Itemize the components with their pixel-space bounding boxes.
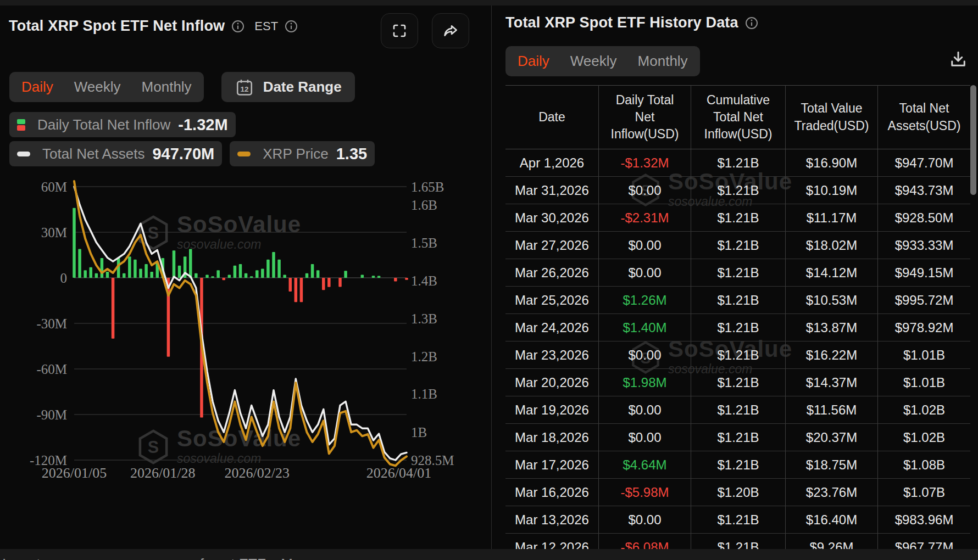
right-axis-label: 1.3B — [411, 311, 437, 326]
table-cell: Mar 18,2026 — [505, 424, 599, 451]
info-icon[interactable] — [231, 20, 244, 33]
legend-label: Daily Total Net Inflow — [37, 116, 170, 133]
legend-total-net-assets[interactable]: Total Net Assets 947.70M — [9, 141, 222, 166]
chart-canvas[interactable]: 60M30M0-30M-60M-90M-120M1.65B1.6B1.5B1.4… — [0, 170, 492, 489]
right-axis-label: 1B — [411, 425, 427, 440]
column-header: Total Value Traded(USD) — [786, 85, 878, 149]
table-cell: $1.21B — [691, 232, 786, 259]
table-cell: $14.12M — [786, 259, 878, 287]
left-axis-label: -90M — [36, 407, 67, 422]
table-cell: $0.00 — [599, 232, 691, 259]
table-cell: $0.00 — [599, 424, 691, 451]
table-cell: Mar 13,2026 — [505, 506, 599, 534]
tab-weekly[interactable]: Weekly — [570, 53, 617, 70]
tab-monthly[interactable]: Monthly — [142, 79, 192, 96]
table-cell: $18.02M — [786, 232, 878, 259]
table-cell: $1.98M — [599, 369, 691, 396]
table-cell: $16.22M — [786, 341, 878, 369]
table-cell: $1.21B — [691, 341, 786, 369]
right-axis-label: 1.4B — [411, 273, 437, 288]
left-axis-label: 30M — [41, 225, 67, 240]
table-cell: Mar 17,2026 — [505, 451, 599, 479]
table-cell: $1.21B — [691, 534, 786, 549]
left-axis-label: -30M — [36, 316, 67, 331]
fullscreen-button[interactable] — [381, 13, 418, 48]
table-cell: $1.20B — [691, 479, 786, 506]
table-cell: $10.19M — [786, 177, 878, 204]
table-cell: $1.21B — [691, 451, 786, 479]
table-cell: $16.90M — [786, 149, 878, 177]
tab-weekly[interactable]: Weekly — [74, 79, 121, 96]
calendar-icon: 12 — [235, 77, 254, 97]
table-cell: Mar 16,2026 — [505, 479, 599, 506]
table-cell: $947.70M — [878, 149, 970, 177]
table-cell: $14.37M — [786, 369, 878, 396]
column-header: Cumulative Total Net Inflow(USD) — [691, 85, 786, 149]
table-cell: $983.96M — [878, 506, 970, 534]
history-data-panel: Total XRP Spot ETF History Data Daily We… — [492, 5, 978, 549]
next-section-strip: Investors can access a range of spot ETF… — [0, 549, 978, 560]
legend-label: Total Net Assets — [42, 145, 145, 163]
clipped-footer-text: Investors can access a range of spot ETF… — [2, 556, 313, 560]
legend-xrp-price[interactable]: XRP Price 1.35 — [230, 141, 375, 166]
green-red-bar-series-icon — [17, 119, 25, 131]
table-cell: $928.50M — [878, 204, 970, 232]
table-cell: $1.21B — [691, 259, 786, 287]
table-cell: $1.01B — [878, 369, 970, 396]
gridlines: 60M30M0-30M-60M-90M-120M1.65B1.6B1.5B1.4… — [30, 180, 454, 468]
tab-daily[interactable]: Daily — [518, 53, 549, 70]
date-range-button[interactable]: 12 Date Range — [221, 72, 355, 102]
table-cell: $1.40M — [599, 314, 691, 341]
info-icon[interactable] — [745, 16, 758, 30]
right-axis-label: 1.5B — [411, 236, 437, 250]
legend-value: -1.32M — [178, 116, 227, 134]
chart-period-tabs: Daily Weekly Monthly — [9, 72, 204, 102]
table-cell: $10.53M — [786, 287, 878, 314]
date-range-label: Date Range — [263, 79, 342, 96]
table-cell: -$2.31M — [599, 204, 691, 232]
tab-monthly[interactable]: Monthly — [638, 53, 688, 70]
table-cell: $0.00 — [599, 396, 691, 424]
table-cell: Mar 30,2026 — [505, 204, 599, 232]
gold-line-series-icon — [237, 152, 251, 156]
download-icon — [948, 49, 968, 69]
table-cell: -$5.98M — [599, 479, 691, 506]
table-cell: Mar 25,2026 — [505, 287, 599, 314]
table-cell: Apr 1,2026 — [505, 149, 599, 177]
table-cell: Mar 31,2026 — [505, 177, 599, 204]
legend-label: XRP Price — [263, 145, 328, 163]
table-cell: $943.73M — [878, 177, 970, 204]
table-cell: $1.21B — [691, 369, 786, 396]
left-axis-label: 0 — [60, 271, 68, 285]
fullscreen-icon — [391, 23, 408, 39]
tab-daily[interactable]: Daily — [21, 79, 53, 96]
table-scrollbar-thumb[interactable] — [970, 85, 976, 195]
table-cell: $13.87M — [786, 314, 878, 341]
table-cell: $1.21B — [691, 287, 786, 314]
table-cell: $1.08B — [878, 451, 970, 479]
white-line-series-icon — [17, 152, 30, 156]
table-cell: $20.37M — [786, 424, 878, 451]
table-cell: $1.21B — [691, 204, 786, 232]
net-inflow-chart[interactable]: S SoSoValue sosovalue.com S SoSoValue so… — [0, 170, 492, 489]
svg-text:12: 12 — [240, 85, 248, 93]
net-inflow-chart-panel: Total XRP Spot ETF Net Inflow EST Daily … — [0, 5, 492, 549]
table-cell: $978.92M — [878, 314, 970, 341]
chart-panel-title: Total XRP Spot ETF Net Inflow — [9, 18, 225, 35]
table-cell: $1.01B — [878, 341, 970, 369]
table-cell: Mar 19,2026 — [505, 396, 599, 424]
table-cell: Mar 24,2026 — [505, 314, 599, 341]
table-cell: -$6.08M — [599, 534, 691, 549]
table-cell: $1.21B — [691, 506, 786, 534]
table-cell: $1.21B — [691, 396, 786, 424]
info-icon[interactable] — [285, 20, 298, 33]
download-button[interactable] — [946, 47, 970, 71]
left-axis-label: -60M — [36, 362, 67, 377]
table-period-tabs: Daily Weekly Monthly — [505, 46, 700, 76]
table-cell: $1.21B — [691, 149, 786, 177]
legend-daily-net-inflow[interactable]: Daily Total Net Inflow -1.32M — [9, 112, 236, 137]
share-button[interactable] — [432, 13, 469, 48]
est-timezone-label: EST — [254, 19, 278, 33]
table-cell: Mar 23,2026 — [505, 341, 599, 369]
legend-value: 947.70M — [152, 145, 214, 163]
